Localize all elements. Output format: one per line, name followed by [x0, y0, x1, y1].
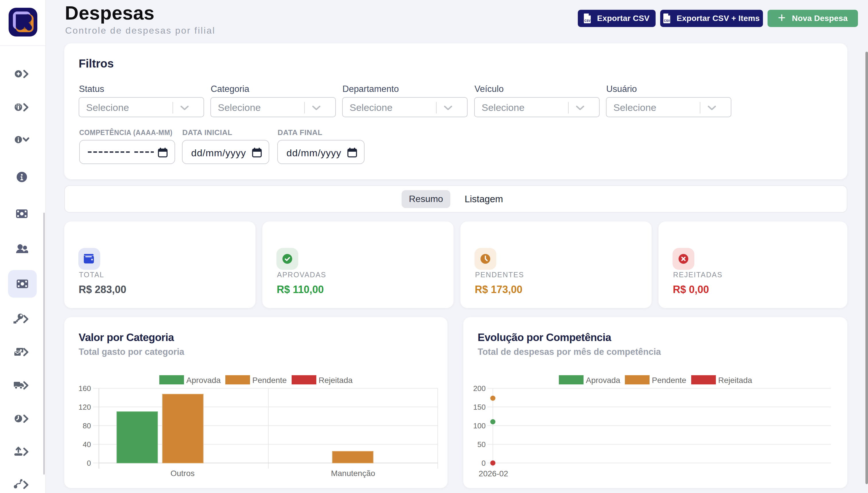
- svg-text:0: 0: [482, 459, 486, 467]
- svg-text:120: 120: [79, 403, 91, 411]
- svg-text:Aprovada: Aprovada: [186, 376, 221, 385]
- svg-text:Pendente: Pendente: [652, 376, 686, 385]
- svg-text:2026-02: 2026-02: [479, 469, 508, 478]
- svg-text:80: 80: [83, 422, 91, 430]
- svg-text:Rejeitada: Rejeitada: [718, 376, 752, 385]
- svg-text:200: 200: [473, 384, 486, 393]
- svg-text:Aprovada: Aprovada: [586, 376, 620, 385]
- svg-text:160: 160: [79, 384, 91, 393]
- svg-text:100: 100: [473, 422, 486, 430]
- svg-text:Manutenção: Manutenção: [331, 469, 375, 478]
- svg-text:50: 50: [477, 440, 486, 449]
- svg-text:150: 150: [473, 403, 486, 411]
- svg-text:CSV: CSV: [664, 19, 670, 22]
- svg-text:Outros: Outros: [170, 469, 195, 478]
- svg-text:Rejeitada: Rejeitada: [319, 376, 353, 385]
- svg-text:40: 40: [83, 440, 91, 449]
- svg-text:0: 0: [87, 459, 91, 467]
- svg-text:Pendente: Pendente: [252, 376, 287, 385]
- svg-text:CSV: CSV: [585, 19, 590, 22]
